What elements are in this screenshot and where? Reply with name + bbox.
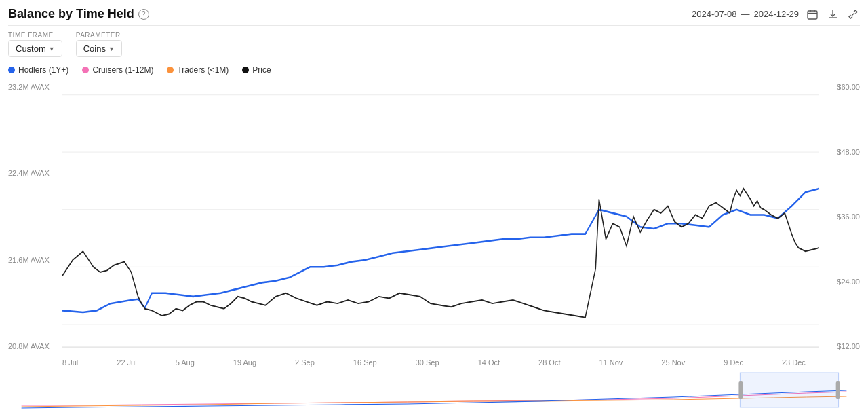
legend-traders: Traders (<1M) [167, 65, 229, 75]
svg-rect-14 [836, 381, 840, 399]
y-left-1: 22.4M AVAX [8, 169, 62, 177]
hodlers-dot [8, 67, 15, 73]
header-left: Balance by Time Held ? [8, 7, 149, 21]
svg-rect-13 [738, 381, 743, 399]
x-label-7: 14 Oct [478, 358, 500, 369]
parameter-label: PARAMETER [76, 31, 122, 39]
y-axis-left: 23.2M AVAX 22.4M AVAX 21.6M AVAX 20.8M A… [8, 77, 62, 356]
parameter-dropdown[interactable]: Coins ▼ [76, 40, 122, 57]
x-label-4: 2 Sep [295, 358, 315, 369]
timeframe-dropdown[interactable]: Custom ▼ [8, 40, 62, 57]
parameter-chevron-icon: ▼ [108, 45, 115, 52]
y-left-2: 21.6M AVAX [8, 256, 62, 264]
x-label-0: 8 Jul [62, 358, 78, 369]
chart-header: Balance by Time Held ? 2024-07-08 — 2024… [8, 0, 860, 26]
cruisers-dot [82, 67, 89, 73]
parameter-value: Coins [83, 43, 106, 54]
timeframe-label: TIME FRAME [8, 31, 62, 39]
legend-price: Price [242, 65, 271, 75]
info-icon[interactable]: ? [138, 9, 149, 20]
timeframe-control: TIME FRAME Custom ▼ [8, 31, 62, 57]
timeframe-chevron-icon: ▼ [49, 45, 55, 52]
overview-chart[interactable] [8, 371, 860, 410]
traders-dot [167, 67, 174, 73]
svg-rect-12 [740, 373, 838, 407]
chart-area: 23.2M AVAX 22.4M AVAX 21.6M AVAX 20.8M A… [8, 77, 860, 410]
y-right-2: $36.00 [819, 212, 860, 221]
date-range: 2024-07-08 — 2024-12-29 [692, 9, 799, 19]
price-label: Price [252, 65, 271, 75]
y-left-0: 23.2M AVAX [8, 83, 62, 91]
hodlers-label: Hodlers (1Y+) [18, 65, 68, 75]
calendar-icon[interactable] [806, 7, 819, 21]
controls-row: TIME FRAME Custom ▼ PARAMETER Coins ▼ [8, 26, 860, 61]
x-axis: 8 Jul 22 Jul 5 Aug 19 Aug 2 Sep 16 Sep 3… [8, 356, 860, 369]
x-label-12: 23 Dec [782, 358, 806, 369]
y-left-3: 20.8M AVAX [8, 342, 62, 350]
x-label-10: 25 Nov [661, 358, 685, 369]
download-icon[interactable] [826, 7, 840, 21]
date-end: 2024-12-29 [754, 9, 800, 19]
y-right-1: $48.00 [819, 148, 860, 156]
x-label-6: 30 Sep [416, 358, 439, 369]
link-icon[interactable] [846, 7, 860, 21]
x-label-8: 28 Oct [538, 358, 560, 369]
y-axis-right: $60.00 $48.00 $36.00 $24.00 $12.00 [819, 77, 860, 356]
date-start: 2024-07-08 [692, 9, 737, 19]
x-label-1: 22 Jul [117, 358, 136, 369]
x-label-3: 19 Aug [233, 358, 256, 369]
date-separator: — [741, 9, 750, 19]
parameter-control: PARAMETER Coins ▼ [76, 31, 122, 57]
chart-svg-container [62, 77, 819, 356]
x-label-11: 9 Dec [724, 358, 743, 369]
traders-label: Traders (<1M) [177, 65, 229, 75]
y-right-3: $24.00 [819, 278, 860, 286]
x-label-5: 16 Sep [353, 358, 377, 369]
price-dot [242, 67, 249, 73]
x-label-2: 5 Aug [176, 358, 195, 369]
cruisers-label: Cruisers (1-12M) [92, 65, 153, 75]
y-right-4: $12.00 [819, 342, 860, 350]
svg-rect-0 [808, 11, 817, 19]
main-chart: 23.2M AVAX 22.4M AVAX 21.6M AVAX 20.8M A… [8, 77, 860, 356]
timeframe-value: Custom [16, 43, 46, 54]
chart-title: Balance by Time Held [8, 7, 134, 21]
x-label-9: 11 Nov [599, 358, 623, 369]
header-right: 2024-07-08 — 2024-12-29 [692, 7, 860, 21]
legend-cruisers: Cruisers (1-12M) [82, 65, 153, 75]
legend-row: Hodlers (1Y+) Cruisers (1-12M) Traders (… [8, 61, 860, 77]
y-right-0: $60.00 [819, 83, 860, 91]
legend-hodlers: Hodlers (1Y+) [8, 65, 68, 75]
